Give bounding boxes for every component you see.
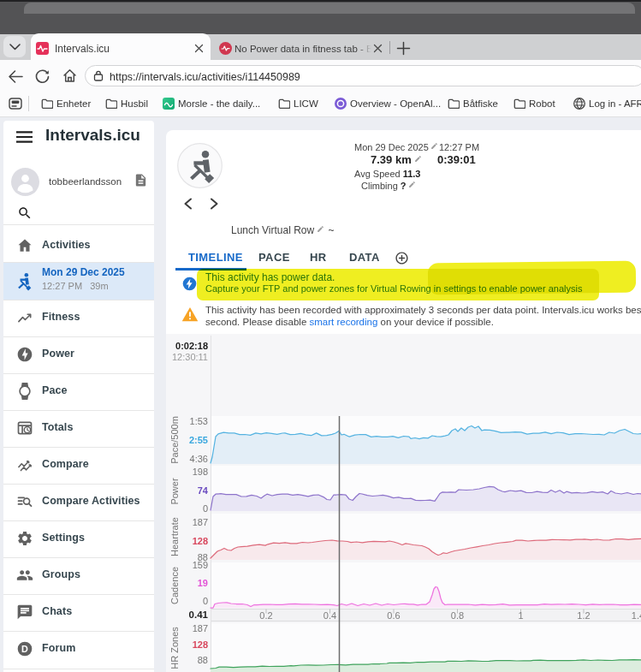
svg-text:D: D [21, 644, 28, 654]
